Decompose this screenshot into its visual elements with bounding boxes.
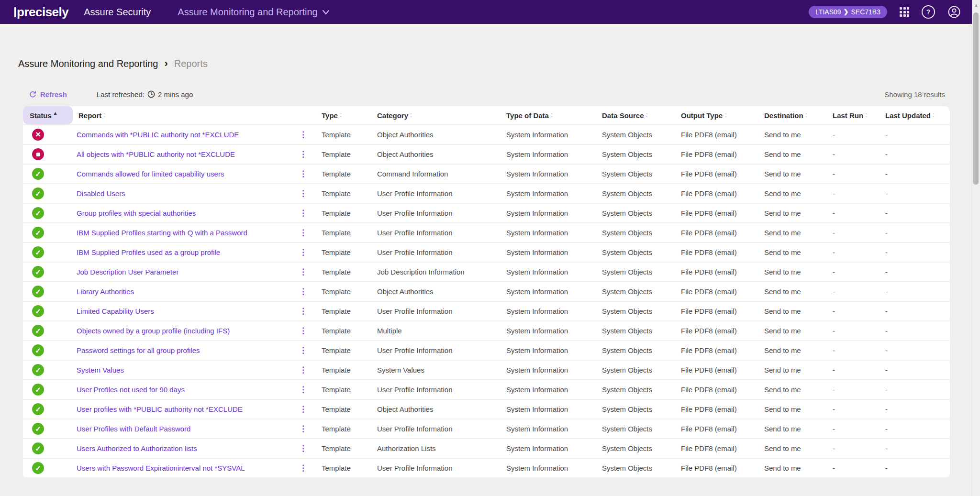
apps-grid-icon[interactable] — [900, 7, 909, 17]
type-of-data-cell: System Information — [501, 366, 596, 374]
status-ok-icon: ✓ — [32, 286, 44, 298]
row-actions-kebab-icon[interactable] — [297, 169, 309, 179]
row-actions-kebab-icon[interactable] — [297, 228, 309, 238]
report-link[interactable]: User Profiles not used for 90 days — [77, 386, 185, 394]
refresh-button[interactable]: Refresh — [29, 90, 67, 99]
report-link[interactable]: Library Authorities — [77, 287, 134, 296]
report-link[interactable]: Commands with *PUBLIC authority not *EXC… — [77, 131, 239, 139]
row-actions-kebab-icon[interactable] — [297, 345, 309, 355]
last-run-cell: - — [827, 386, 880, 394]
report-link[interactable]: User Profiles with Default Password — [77, 425, 190, 433]
report-link[interactable]: All objects with *PUBLIC authority not *… — [77, 150, 235, 158]
scroll-up-arrow-icon[interactable] — [972, 3, 980, 8]
account-icon[interactable] — [947, 5, 961, 19]
row-actions-kebab-icon[interactable] — [297, 149, 309, 159]
data-source-cell: System Objects — [596, 131, 675, 139]
row-actions-kebab-icon[interactable] — [297, 443, 309, 453]
reports-table: Status Report Type Category Type of Data… — [23, 106, 950, 477]
report-link[interactable]: Commands allowed for limited capability … — [77, 170, 224, 178]
column-header-type[interactable]: Type — [316, 111, 371, 120]
last-run-cell: - — [827, 425, 880, 433]
report-link[interactable]: Job Description User Parameter — [77, 268, 178, 276]
row-actions-kebab-icon[interactable] — [297, 306, 309, 316]
column-header-category[interactable]: Category — [371, 111, 501, 120]
output-type-cell: File PDF8 (email) — [675, 307, 758, 315]
data-source-cell: System Objects — [596, 248, 675, 256]
category-cell: User Profile Information — [371, 248, 501, 256]
output-type-cell: File PDF8 (email) — [675, 229, 758, 237]
breadcrumb-parent-link[interactable]: Assure Monitoring and Reporting — [18, 58, 158, 69]
destination-cell: Send to me — [758, 346, 827, 354]
status-error-icon: × — [32, 129, 44, 141]
table-toolbar: Refresh Last refreshed: 2 mins ago Showi… — [29, 88, 945, 100]
status-ok-icon: ✓ — [32, 266, 44, 278]
last-run-cell: - — [827, 131, 880, 139]
row-actions-kebab-icon[interactable] — [297, 385, 309, 395]
sort-icon — [340, 112, 342, 118]
type-of-data-cell: System Information — [501, 444, 596, 452]
report-link[interactable]: Users Authorized to Authorization lists — [77, 444, 197, 452]
refresh-label: Refresh — [40, 90, 67, 99]
report-link[interactable]: IBM Supplied Profiles starting with Q wi… — [77, 229, 247, 237]
output-type-cell: File PDF8 (email) — [675, 150, 758, 158]
status-ok-icon: ✓ — [32, 364, 44, 376]
row-actions-kebab-icon[interactable] — [297, 208, 309, 218]
last-run-cell: - — [827, 209, 880, 217]
report-link[interactable]: Disabled Users — [77, 189, 125, 198]
report-link[interactable]: Limited Capability Users — [77, 307, 154, 315]
system-badge-target: SEC71B3 — [851, 8, 880, 16]
type-cell: Template — [316, 386, 371, 394]
table-row: ✓ Users Authorized to Authorization list… — [23, 439, 950, 459]
category-cell: Object Authorities — [371, 150, 501, 158]
row-actions-kebab-icon[interactable] — [297, 188, 309, 198]
report-link[interactable]: Objects owned by a group profile (includ… — [77, 327, 230, 335]
destination-cell: Send to me — [758, 287, 827, 296]
row-actions-kebab-icon[interactable] — [297, 463, 309, 473]
report-link[interactable]: Password settings for all group profiles — [77, 346, 200, 354]
report-link[interactable]: Group profiles with special authorities — [77, 209, 196, 217]
row-actions-kebab-icon[interactable] — [297, 287, 309, 297]
table-row: ✓ Library Authorities Template Object Au… — [23, 282, 950, 302]
row-actions-kebab-icon[interactable] — [297, 130, 309, 140]
scrollbar-thumb[interactable] — [973, 12, 979, 185]
table-row: ✓ Limited Capability Users Template User… — [23, 302, 950, 321]
report-link[interactable]: System Values — [77, 366, 124, 374]
status-ok-icon: ✓ — [32, 305, 44, 317]
column-header-destination[interactable]: Destination — [758, 111, 827, 120]
status-ok-icon: ✓ — [32, 462, 44, 474]
row-actions-kebab-icon[interactable] — [297, 267, 309, 277]
row-actions-kebab-icon[interactable] — [297, 404, 309, 414]
column-header-last-run[interactable]: Last Run — [827, 111, 880, 120]
last-run-cell: - — [827, 405, 880, 413]
report-link[interactable]: IBM Supplied Profiles used as a group pr… — [77, 248, 220, 256]
last-updated-cell: - — [880, 268, 950, 276]
module-dropdown[interactable]: Assure Monitoring and Reporting — [178, 7, 329, 18]
type-cell: Template — [316, 346, 371, 354]
type-cell: Template — [316, 209, 371, 217]
system-badge[interactable]: LTIAS09 ❯ SEC71B3 — [809, 6, 887, 18]
table-row: ✓ User Profiles with Default Password Te… — [23, 419, 950, 439]
type-cell: Template — [316, 248, 371, 256]
category-cell: User Profile Information — [371, 425, 501, 433]
column-header-output-type[interactable]: Output Type — [675, 111, 758, 120]
column-header-report[interactable]: Report — [73, 111, 316, 120]
results-count: Showing 18 results — [884, 90, 945, 99]
row-actions-kebab-icon[interactable] — [297, 365, 309, 375]
data-source-cell: System Objects — [596, 366, 675, 374]
report-link[interactable]: Users with Password Expirationinterval n… — [77, 464, 245, 472]
column-header-data-source[interactable]: Data Source — [596, 111, 675, 120]
status-stopped-icon — [32, 148, 44, 160]
row-actions-kebab-icon[interactable] — [297, 247, 309, 257]
category-cell: Command Information — [371, 170, 501, 178]
type-of-data-cell: System Information — [501, 229, 596, 237]
column-header-status[interactable]: Status — [23, 106, 73, 124]
vertical-scrollbar[interactable] — [972, 0, 980, 496]
type-of-data-cell: System Information — [501, 131, 596, 139]
column-header-last-updated[interactable]: Last Updated — [880, 111, 950, 120]
row-actions-kebab-icon[interactable] — [297, 326, 309, 336]
report-link[interactable]: User profiles with *PUBLIC authority not… — [77, 405, 243, 413]
column-header-type-of-data[interactable]: Type of Data — [501, 111, 596, 120]
help-icon[interactable] — [922, 5, 935, 19]
row-actions-kebab-icon[interactable] — [297, 424, 309, 434]
last-run-cell: - — [827, 170, 880, 178]
